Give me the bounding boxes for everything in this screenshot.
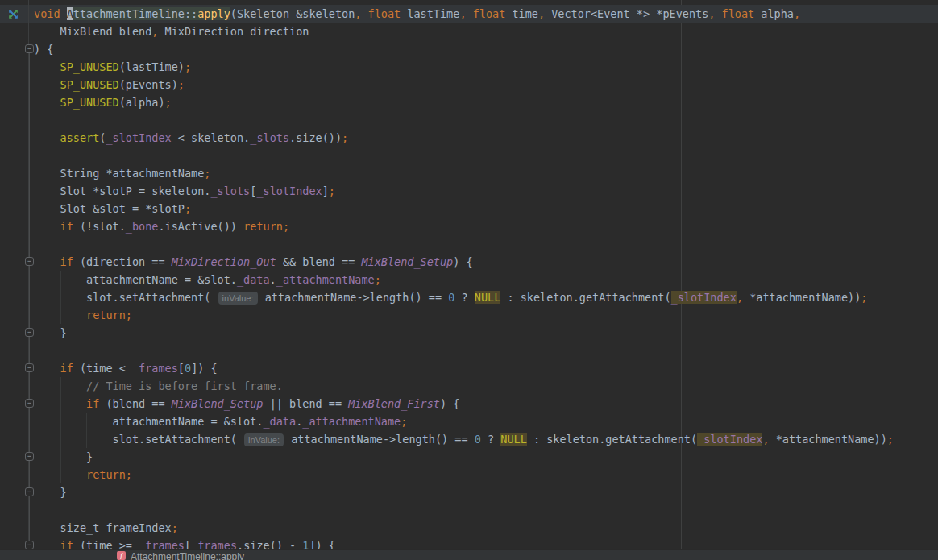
- code-line[interactable]: return;: [0, 306, 938, 324]
- parameter-name-hint: inValue:: [244, 433, 284, 446]
- code-token: float: [473, 7, 506, 20]
- code-line[interactable]: [0, 501, 938, 519]
- code-line[interactable]: [0, 147, 938, 164]
- code-token: < skeleton.: [172, 131, 251, 144]
- fold-end-marker-icon[interactable]: −: [25, 452, 34, 461]
- code-token: slot.setAttachment(: [34, 433, 243, 446]
- code-token: [34, 78, 60, 91]
- code-line[interactable]: Slot &slot = *slotP;: [0, 200, 938, 218]
- code-line[interactable]: if (time < _frames[0]) {: [0, 359, 938, 377]
- parameter-name-hint: inValue:: [218, 292, 258, 305]
- code-token: [467, 7, 473, 20]
- code-line[interactable]: // Time is before first frame.: [0, 377, 938, 395]
- fold-start-marker-icon[interactable]: −: [25, 363, 34, 372]
- code-line[interactable]: Slot *slotP = skeleton._slots[_slotIndex…: [0, 182, 938, 200]
- code-line[interactable]: void AttachmentTimeline::apply(Skeleton …: [0, 5, 938, 23]
- code-token: ;: [165, 96, 172, 109]
- code-token: MixBlend_First: [348, 397, 440, 410]
- code-line[interactable]: return;: [0, 466, 938, 483]
- code-token: attachmentName = &slot.: [34, 273, 237, 286]
- code-token: *attachmentName)): [743, 291, 861, 304]
- code-token: ;: [178, 78, 185, 91]
- code-line[interactable]: }: [0, 483, 938, 501]
- code-token: _data: [263, 415, 296, 428]
- code-line[interactable]: SP_UNUSED(lastTime);: [0, 58, 938, 76]
- code-token: alpha: [754, 7, 794, 20]
- code-line[interactable]: [0, 111, 938, 129]
- code-line[interactable]: if (!slot._bone.isActive()) return;: [0, 218, 938, 235]
- code-token: return: [243, 220, 283, 233]
- code-token: _slotIndex: [106, 131, 171, 144]
- code-token: [: [178, 362, 185, 375]
- code-token: *attachmentName)): [770, 433, 887, 446]
- code-token: MixBlend blend: [34, 25, 151, 38]
- code-token: size_t frameIndex: [34, 521, 172, 534]
- code-token: Slot &slot = *slotP: [34, 202, 185, 215]
- code-token: .isActive()): [158, 220, 243, 233]
- code-token: [34, 131, 60, 144]
- code-line[interactable]: }: [0, 448, 938, 466]
- code-token: float: [722, 7, 755, 20]
- code-line[interactable]: slot.setAttachment( inValue: attachmentN…: [0, 288, 938, 306]
- code-token: _attachmentName: [276, 273, 375, 286]
- fold-start-marker-icon[interactable]: −: [25, 257, 34, 266]
- fold-end-marker-icon[interactable]: −: [25, 487, 34, 496]
- breadcrumbs-bar: f AttachmentTimeline::apply: [0, 549, 938, 560]
- code-token: _slots: [250, 131, 289, 144]
- code-token: ) {: [34, 43, 53, 56]
- code-token: [34, 96, 60, 109]
- code-line[interactable]: [0, 235, 938, 253]
- code-line[interactable]: if (direction == MixDirection_Out && ble…: [0, 253, 938, 271]
- code-line[interactable]: attachmentName = &slot._data._attachment…: [0, 413, 938, 430]
- code-line[interactable]: ) {: [0, 40, 938, 58]
- code-token: NULL: [500, 433, 527, 446]
- code-token: : skeleton.getAttachment(: [500, 291, 670, 304]
- code-token: attachmentName->length() ==: [284, 433, 475, 446]
- code-token: if: [60, 255, 73, 268]
- code-token: ;: [185, 202, 191, 215]
- code-token: apply: [197, 7, 230, 20]
- code-token: (pEvents): [119, 78, 178, 91]
- code-token: [34, 60, 60, 73]
- code-line[interactable]: size_t frameIndex;: [0, 519, 938, 537]
- code-line[interactable]: SP_UNUSED(pEvents);: [0, 76, 938, 93]
- editor-gutter[interactable]: [0, 0, 29, 560]
- code-token: _slotIndex: [697, 433, 762, 446]
- code-line[interactable]: [0, 342, 938, 359]
- code-line[interactable]: if (blend == MixBlend_Setup || blend == …: [0, 395, 938, 413]
- code-token: void: [34, 7, 67, 20]
- code-token: MixBlend_Setup: [172, 397, 264, 410]
- code-token: ;: [861, 291, 867, 304]
- code-line[interactable]: assert(_slotIndex < skeleton._slots.size…: [0, 129, 938, 147]
- fold-start-marker-icon[interactable]: −: [25, 399, 34, 408]
- code-token: && blend ==: [276, 255, 362, 268]
- code-token: (time <: [73, 362, 132, 375]
- code-line[interactable]: MixBlend blend, MixDirection direction: [0, 23, 938, 40]
- code-token: [361, 7, 367, 20]
- breadcrumb[interactable]: f AttachmentTimeline::apply: [117, 551, 244, 560]
- code-token: .size()): [289, 131, 342, 144]
- code-token: 0: [475, 433, 481, 446]
- gutter-crossed-arrows-icon[interactable]: [7, 8, 19, 20]
- code-token: _slotIndex: [256, 185, 322, 197]
- code-line[interactable]: String *attachmentName;: [0, 164, 938, 182]
- code-line[interactable]: }: [0, 324, 938, 342]
- fold-end-marker-icon[interactable]: −: [25, 328, 34, 337]
- code-token: slot.setAttachment(: [34, 291, 218, 304]
- code-token: (Skeleton &skeleton: [230, 7, 355, 20]
- code-line[interactable]: slot.setAttachment( inValue: attachmentN…: [0, 430, 938, 448]
- code-token: time: [505, 7, 538, 20]
- code-token: (blend ==: [99, 397, 171, 410]
- code-lines[interactable]: void AttachmentTimeline::apply(Skeleton …: [0, 0, 938, 560]
- code-token: attachmentName->length() ==: [259, 291, 449, 304]
- fold-start-marker-icon[interactable]: −: [25, 44, 34, 53]
- code-token: [34, 362, 60, 375]
- code-token: lastTime: [401, 7, 459, 20]
- code-token: if: [86, 397, 99, 410]
- code-line[interactable]: SP_UNUSED(alpha);: [0, 93, 938, 111]
- code-token: [715, 7, 721, 20]
- code-token: return: [86, 309, 126, 321]
- code-token: A: [67, 7, 73, 20]
- code-token: (lastTime): [119, 60, 185, 73]
- code-line[interactable]: attachmentName = &slot._data._attachment…: [0, 271, 938, 288]
